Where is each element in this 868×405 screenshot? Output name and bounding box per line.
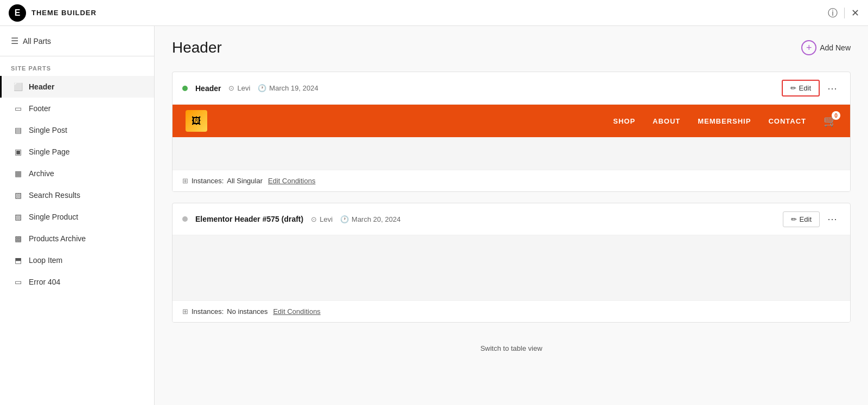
cart-badge: 0 — [832, 111, 840, 120]
header-icon: ⬜ — [12, 81, 23, 92]
sidebar-item-label: Search Results — [29, 191, 80, 200]
instances-icon-1: ⊞ — [182, 177, 188, 185]
author-name-1: Levi — [237, 84, 250, 92]
single-post-icon: ▤ — [12, 125, 23, 136]
add-new-label: Add New — [820, 43, 851, 52]
instances-bar-2: ⊞ Instances: No instances Edit Condition… — [173, 300, 850, 322]
switch-table-view[interactable]: Switch to table view — [172, 333, 851, 363]
content-inner: Header + Add New Header ⊙ — [155, 26, 868, 405]
topbar-divider — [844, 8, 845, 18]
topbar-logo: E — [9, 4, 26, 22]
edit-button-2[interactable]: ✏ Edit — [783, 211, 820, 227]
sidebar-item-products-archive[interactable]: ▩ Products Archive — [0, 228, 154, 249]
instances-value-2: No instances — [227, 307, 267, 316]
sidebar-item-header[interactable]: ⬜ Header — [0, 76, 154, 98]
content-area: Header + Add New Header ⊙ — [155, 26, 868, 405]
sidebar-item-label: Error 404 — [29, 278, 60, 286]
template-author-1: ⊙ Levi — [228, 84, 250, 92]
template-preview-1: 🖼 SHOP ABOUT MEMBERSHIP CONTACT 🛒 0 — [173, 105, 850, 170]
preview-spacer-1 — [173, 137, 850, 170]
main-layout: ☰ All Parts SITE PARTS ⬜ Header ▭ Footer… — [0, 26, 868, 405]
sidebar-item-label: Single Product — [29, 213, 78, 221]
template-name-2: Elementor Header #575 (draft) — [195, 215, 303, 223]
sidebar-item-search-results[interactable]: ▧ Search Results — [0, 184, 154, 206]
edit-pencil-icon: ✏ — [790, 84, 796, 92]
search-results-icon: ▧ — [12, 190, 23, 201]
info-icon[interactable]: ⓘ — [828, 7, 838, 20]
instances-label-2: Instances: — [192, 307, 224, 316]
status-dot-draft — [182, 216, 188, 222]
template-card-1-meta: Header ⊙ Levi 🕐 March 19, 2024 — [182, 84, 318, 93]
sidebar-item-footer[interactable]: ▭ Footer — [0, 98, 154, 119]
template-card-1-header: Header ⊙ Levi 🕐 March 19, 2024 — [173, 72, 850, 105]
template-card-2-actions: ✏ Edit ⋯ — [783, 211, 840, 227]
edit-label-2: Edit — [800, 215, 812, 223]
logo-image: 🖼 — [186, 110, 207, 132]
topbar-right: ⓘ ✕ — [828, 7, 859, 20]
template-preview-2 — [173, 235, 850, 300]
sidebar-item-single-product[interactable]: ▨ Single Product — [0, 206, 154, 228]
template-card-2-header: Elementor Header #575 (draft) ⊙ Levi 🕐 M… — [173, 203, 850, 235]
edit-label-1: Edit — [799, 84, 811, 92]
page-title: Header — [172, 39, 222, 56]
template-author-2: ⊙ Levi — [311, 215, 333, 223]
template-card-2: Elementor Header #575 (draft) ⊙ Levi 🕐 M… — [172, 203, 851, 323]
template-card-1-actions: ✏ Edit ⋯ — [782, 80, 840, 97]
more-options-button-2[interactable]: ⋯ — [824, 211, 840, 227]
header-preview-nav: SHOP ABOUT MEMBERSHIP CONTACT 🛒 0 — [613, 114, 837, 127]
footer-icon: ▭ — [12, 103, 23, 114]
close-icon[interactable]: ✕ — [851, 7, 859, 19]
sidebar-item-label: Loop Item — [29, 256, 62, 265]
error-404-icon: ▭ — [12, 277, 23, 287]
loop-item-icon: ⬒ — [12, 255, 23, 266]
sidebar-item-label: Single Post — [29, 126, 67, 134]
date-value-2: March 20, 2024 — [352, 215, 400, 223]
nav-item-contact: CONTACT — [768, 117, 806, 125]
author-icon: ⊙ — [228, 84, 234, 92]
date-value-1: March 19, 2024 — [269, 84, 318, 92]
nav-item-shop: SHOP — [613, 117, 635, 125]
sidebar-item-single-page[interactable]: ▣ Single Page — [0, 141, 154, 163]
status-dot-active — [182, 86, 188, 91]
clock-icon-2: 🕐 — [340, 215, 349, 223]
content-header: Header + Add New — [172, 39, 851, 56]
hamburger-icon: ☰ — [11, 36, 18, 46]
edit-conditions-link-2[interactable]: Edit Conditions — [273, 307, 320, 316]
add-new-button[interactable]: + Add New — [801, 40, 851, 55]
author-icon-2: ⊙ — [311, 215, 317, 223]
instances-value-1: All Singular — [227, 177, 263, 185]
topbar-title: THEME BUILDER — [31, 9, 97, 17]
add-new-icon: + — [801, 40, 816, 55]
edit-conditions-link-1[interactable]: Edit Conditions — [268, 177, 315, 185]
instances-icon-2: ⊞ — [182, 307, 188, 316]
cart-icon-container: 🛒 0 — [824, 114, 837, 127]
edit-pencil-icon-2: ✏ — [791, 215, 797, 223]
author-name-2: Levi — [320, 215, 333, 223]
sidebar-item-label: Header — [29, 82, 54, 91]
single-product-icon: ▨ — [12, 211, 23, 222]
sidebar-item-label: Archive — [29, 169, 54, 178]
more-options-button-1[interactable]: ⋯ — [824, 80, 840, 97]
app-container: E THEME BUILDER ⓘ ✕ ☰ All Parts SITE PAR… — [0, 0, 868, 405]
clock-icon: 🕐 — [258, 84, 266, 92]
topbar: E THEME BUILDER ⓘ ✕ — [0, 0, 868, 26]
archive-icon: ▦ — [12, 168, 23, 179]
sidebar-section-label: SITE PARTS — [0, 56, 154, 76]
nav-item-membership: MEMBERSHIP — [698, 117, 751, 125]
sidebar-item-single-post[interactable]: ▤ Single Post — [0, 119, 154, 141]
template-date-2: 🕐 March 20, 2024 — [340, 215, 400, 223]
sidebar-all-parts[interactable]: ☰ All Parts — [0, 26, 154, 56]
single-page-icon: ▣ — [12, 146, 23, 157]
edit-button-highlighted-1[interactable]: ✏ Edit — [782, 80, 820, 97]
sidebar-item-label: Single Page — [29, 147, 70, 156]
template-card-1: Header ⊙ Levi 🕐 March 19, 2024 — [172, 72, 851, 192]
topbar-left: E THEME BUILDER — [9, 4, 97, 22]
all-parts-label: All Parts — [23, 37, 51, 46]
sidebar-item-archive[interactable]: ▦ Archive — [0, 163, 154, 184]
sidebar: ☰ All Parts SITE PARTS ⬜ Header ▭ Footer… — [0, 26, 155, 405]
template-card-2-meta: Elementor Header #575 (draft) ⊙ Levi 🕐 M… — [182, 215, 400, 223]
sidebar-item-label: Products Archive — [29, 234, 86, 243]
header-preview: 🖼 SHOP ABOUT MEMBERSHIP CONTACT 🛒 0 — [173, 105, 850, 137]
sidebar-item-loop-item[interactable]: ⬒ Loop Item — [0, 249, 154, 271]
sidebar-item-error-404[interactable]: ▭ Error 404 — [0, 271, 154, 293]
